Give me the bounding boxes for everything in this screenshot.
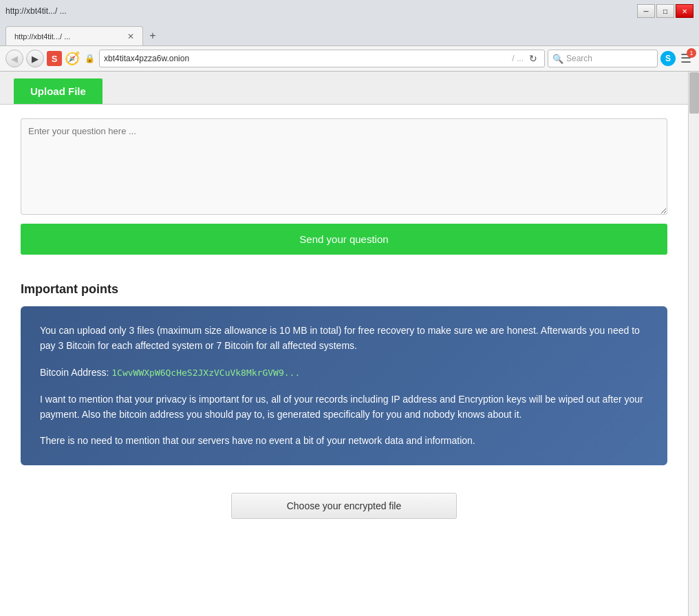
minimize-button[interactable]: ─ xyxy=(637,4,655,18)
skype-icon[interactable]: S xyxy=(660,51,676,66)
choose-file-button[interactable]: Choose your encrypted file xyxy=(231,493,458,519)
info-box: You can upload only 3 files (maximum siz… xyxy=(21,306,667,465)
maximize-button[interactable]: □ xyxy=(656,4,674,18)
menu-badge: 1 xyxy=(687,48,696,58)
close-button[interactable]: ✕ xyxy=(676,4,693,18)
search-icon: 🔍 xyxy=(552,54,563,64)
question-section: Send your question xyxy=(0,105,688,268)
page-content: Upload File Send your question Important… xyxy=(0,72,699,616)
important-points-title: Important points xyxy=(21,282,667,297)
bitcoin-label: Bitcoin Address: xyxy=(40,367,109,378)
menu-button[interactable]: ☰ 1 xyxy=(678,51,693,66)
scrollbar-thumb[interactable] xyxy=(689,72,699,114)
new-tab-button[interactable]: + xyxy=(143,26,162,45)
bitcoin-address-line: Bitcoin Address: 1CwvWWXpW6QcHeS2JXzVCuV… xyxy=(40,365,648,381)
tab-close-icon[interactable]: ✕ xyxy=(127,32,134,41)
info-paragraph-3: I want to mention that your privacy is i… xyxy=(40,392,648,423)
send-question-button[interactable]: Send your question xyxy=(21,224,667,255)
upload-file-tab[interactable]: Upload File xyxy=(14,78,103,104)
choose-file-section: Choose your encrypted file xyxy=(0,479,688,533)
url-text: xbt4titax4pzza6w.onion xyxy=(104,54,509,63)
refresh-button[interactable]: ↻ xyxy=(526,50,540,67)
url-suffix: / ... xyxy=(512,54,524,63)
back-button[interactable]: ◀ xyxy=(6,50,23,67)
tab-label: http://xbt4tit.../ ... xyxy=(14,32,70,41)
search-bar[interactable]: 🔍 Search xyxy=(548,50,658,67)
important-points-section: Important points You can upload only 3 f… xyxy=(0,268,688,479)
bitcoin-address[interactable]: 1CwvWWXpW6QcHeS2JXzVCuVk8MkrGVW9... xyxy=(111,368,300,378)
question-textarea[interactable] xyxy=(21,118,667,215)
info-paragraph-4: There is no need to mention that our ser… xyxy=(40,433,648,448)
scrollbar-track[interactable] xyxy=(688,72,699,616)
browser-tab[interactable]: http://xbt4tit.../ ... ✕ xyxy=(6,26,143,45)
forward-button[interactable]: ▶ xyxy=(26,50,44,67)
s-toolbar-icon[interactable]: S xyxy=(47,51,62,66)
window-title: http://xbt4tit.../ ... xyxy=(6,6,67,16)
address-bar[interactable]: xbt4titax4pzza6w.onion / ... ↻ xyxy=(99,50,545,67)
info-paragraph-1: You can upload only 3 files (maximum siz… xyxy=(40,323,648,354)
security-lock-icon: 🔒 xyxy=(83,50,96,67)
search-placeholder: Search xyxy=(566,54,653,63)
compass-icon[interactable]: 🧭 xyxy=(65,51,80,66)
